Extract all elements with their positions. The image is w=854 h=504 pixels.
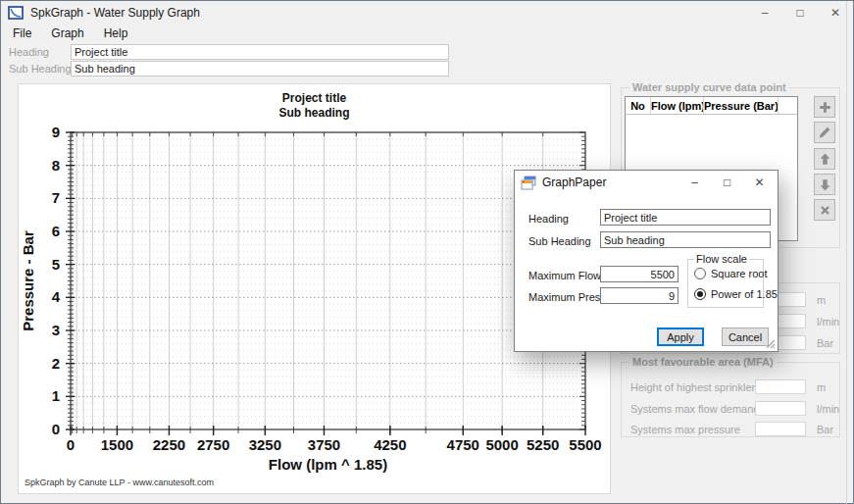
column-extra — [779, 97, 797, 114]
edit-point-button[interactable] — [814, 122, 835, 143]
minimize-icon[interactable]: – — [747, 1, 782, 25]
mfa-label-2: Systems max flow demand — [630, 403, 759, 415]
dialog-maxpressure-input[interactable] — [600, 287, 678, 304]
power-185-label: Power of 1.85 — [711, 288, 778, 300]
svg-text:6: 6 — [52, 223, 60, 239]
svg-text:1: 1 — [52, 387, 60, 404]
mfa-input-1[interactable] — [755, 379, 806, 394]
dialog-subheading-input[interactable] — [600, 231, 771, 248]
chart-subtitle: Sub heading — [19, 106, 610, 121]
svg-text:4250: 4250 — [374, 436, 406, 453]
heading-input[interactable] — [71, 44, 449, 60]
dialog-titlebar: GraphPaper – □ ✕ — [515, 171, 778, 193]
svg-text:2: 2 — [52, 355, 60, 372]
data-points-table-header: No Flow (lpm) Pressure (Bar) — [626, 97, 797, 115]
arrow-up-icon — [818, 152, 832, 167]
titlebar: SpkGraph - Water Supply Graph – □ ✕ — [1, 1, 853, 25]
mfa-label-1: Height of highest sprinkler — [630, 381, 755, 393]
add-point-button[interactable] — [814, 96, 835, 118]
mfa-group: Most favourable area (MFA) Height of hig… — [621, 362, 840, 437]
move-up-button[interactable] — [814, 148, 835, 170]
svg-text:8: 8 — [52, 157, 60, 174]
flow-scale-group: Flow scale Square root Power of 1.85 — [687, 259, 764, 308]
mfa-unit-1: m — [817, 381, 826, 393]
mfa-group-title: Most favourable area (MFA) — [629, 356, 777, 368]
mfa-input-3[interactable] — [755, 422, 806, 436]
mua-unit-1: m — [817, 294, 826, 306]
mfa-unit-3: Bar — [817, 424, 833, 435]
apply-button[interactable]: Apply — [657, 328, 704, 346]
maximize-icon[interactable]: □ — [782, 1, 818, 25]
menu-bar: File Graph Help — [1, 25, 853, 43]
svg-text:Pressure - Bar: Pressure - Bar — [20, 230, 36, 331]
panel-separator — [846, 1, 847, 504]
svg-text:0: 0 — [52, 421, 60, 437]
column-pressure: Pressure (Bar) — [704, 97, 779, 114]
svg-text:4750: 4750 — [447, 436, 479, 453]
pencil-icon — [818, 126, 832, 140]
flow-scale-title: Flow scale — [694, 253, 749, 265]
square-root-option[interactable]: Square root — [694, 268, 767, 279]
svg-text:1500: 1500 — [101, 436, 133, 453]
subheading-input[interactable] — [71, 61, 449, 76]
svg-text:2750: 2750 — [197, 436, 229, 453]
arrow-down-icon — [818, 177, 832, 192]
subheading-label: Sub Heading — [9, 63, 72, 75]
move-down-button[interactable] — [814, 174, 835, 195]
close-icon[interactable]: ✕ — [818, 1, 853, 25]
dialog-heading-input[interactable] — [600, 209, 771, 226]
mfa-unit-2: l/min — [817, 403, 839, 415]
mfa-input-2[interactable] — [755, 401, 806, 416]
power-185-option[interactable]: Power of 1.85 — [694, 288, 778, 300]
dialog-minimize-icon[interactable]: – — [678, 171, 711, 193]
svg-text:7: 7 — [52, 189, 60, 206]
radio-icon[interactable] — [694, 268, 706, 279]
dialog-maxflow-input[interactable] — [600, 266, 678, 282]
svg-text:3250: 3250 — [249, 436, 281, 453]
chart-title: Project title — [19, 91, 610, 106]
svg-text:9: 9 — [52, 124, 60, 140]
mua-unit-2: l/min — [817, 316, 839, 328]
dialog-close-icon[interactable]: ✕ — [743, 171, 776, 193]
dialog-title: GraphPaper — [542, 176, 606, 189]
dialog-maxflow-label: Maximum Flow — [528, 270, 601, 281]
svg-text:4: 4 — [52, 288, 61, 305]
svg-text:3: 3 — [52, 322, 60, 338]
cancel-button[interactable]: Cancel — [722, 328, 769, 346]
svg-text:3750: 3750 — [308, 436, 340, 453]
radio-icon[interactable] — [694, 288, 706, 300]
svg-text:5250: 5250 — [527, 436, 559, 453]
svg-text:Flow (lpm ^ 1.85): Flow (lpm ^ 1.85) — [269, 456, 387, 473]
resize-grip[interactable] — [766, 339, 776, 349]
dialog-subheading-label: Sub Heading — [528, 235, 591, 247]
menu-file[interactable]: File — [3, 25, 41, 43]
credit-text: SpkGraph by Canute LLP - www.canutesoft.… — [25, 478, 214, 487]
dialog-maximize-icon[interactable]: □ — [711, 171, 743, 193]
form-icon — [521, 175, 536, 190]
svg-text:5000: 5000 — [485, 436, 518, 453]
svg-text:5500: 5500 — [569, 436, 601, 453]
mua-unit-3: Bar — [817, 337, 833, 349]
column-flow: Flow (lpm) — [651, 97, 704, 114]
column-no: No — [626, 97, 651, 114]
mfa-label-3: Systems max pressure — [630, 424, 740, 435]
svg-text:2250: 2250 — [153, 436, 185, 453]
svg-text:0: 0 — [67, 436, 75, 453]
svg-text:5: 5 — [52, 256, 60, 273]
plus-icon — [818, 100, 832, 115]
heading-label: Heading — [9, 46, 49, 58]
data-points-group-title: Water supply curve data point — [629, 81, 789, 93]
app-icon — [8, 5, 24, 21]
menu-help[interactable]: Help — [94, 25, 138, 43]
graphpaper-dialog: GraphPaper – □ ✕ Heading Sub Heading Max… — [514, 170, 779, 352]
menu-graph[interactable]: Graph — [41, 25, 93, 43]
square-root-label: Square root — [711, 268, 767, 279]
window-title: SpkGraph - Water Supply Graph — [30, 6, 200, 20]
cross-icon — [818, 203, 832, 218]
delete-point-button[interactable] — [814, 199, 835, 221]
app-window: SpkGraph - Water Supply Graph – □ ✕ File… — [0, 0, 854, 504]
chart-title-block: Project title Sub heading — [19, 91, 610, 121]
dialog-heading-label: Heading — [528, 213, 569, 225]
